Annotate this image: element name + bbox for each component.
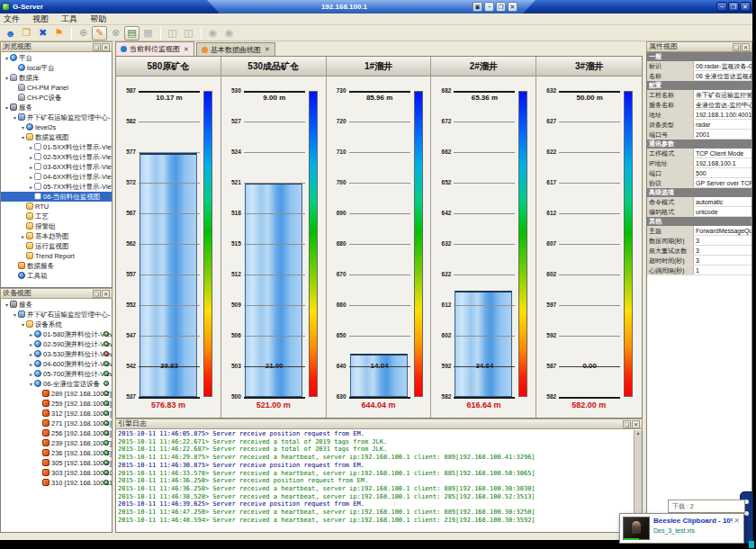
expand-icon[interactable]: ▸ [28, 350, 34, 359]
project-tree-item[interactable]: 运行监视图 [1, 241, 112, 251]
maximize-icon[interactable]: ❐ [728, 2, 739, 12]
project-tree-item[interactable]: 报警组 [1, 221, 112, 231]
project-tree-item[interactable]: ▸01-5XX料位计显示-View [1, 142, 112, 152]
panel-float-icon[interactable]: ❏ [623, 420, 631, 428]
expand-icon[interactable]: ▾ [20, 133, 26, 142]
menu-item-文件[interactable]: 文件 [4, 14, 20, 25]
notification-close-icon[interactable]: ✕ [733, 517, 741, 525]
project-tree-item[interactable]: 工具箱 [1, 271, 112, 281]
table-view-icon[interactable]: ▤ [124, 26, 140, 40]
tab-基本数据曲线图[interactable]: 基本数据曲线图✕ [196, 42, 275, 56]
device-tree-item[interactable]: ▸05-700溜井料位计-View [1, 369, 112, 379]
device-tree-item[interactable]: 305 [192.168.100.9]- [1, 458, 112, 468]
monitor-1-icon[interactable]: ◫ [165, 26, 180, 40]
remove-icon[interactable]: ⊗ [108, 26, 123, 40]
device-tree-item[interactable]: 312 [192.168.100.4]- [1, 409, 112, 418]
property-row[interactable]: 超时时间(秒)3 [647, 256, 752, 266]
property-row[interactable]: 工作模式TCP Client Mode [647, 148, 752, 158]
expand-icon[interactable]: ▸ [28, 340, 34, 349]
tab-close-icon[interactable]: ✕ [265, 46, 270, 53]
project-tree-item[interactable]: CH-PM Panel [1, 83, 112, 93]
rdp-restore-icon[interactable]: ❐ [496, 2, 506, 12]
property-row[interactable]: 协议GP Server over TCP [647, 178, 752, 188]
device-tree-item[interactable]: ▸03-530溜井料位计-View [1, 349, 112, 359]
project-tree-item[interactable]: ▾井下矿石运输监控管理中心- [1, 112, 112, 122]
panel-close-icon[interactable]: ✕ [102, 290, 110, 298]
property-row[interactable]: 心跳间隔(秒)1 [647, 266, 752, 275]
expand-icon[interactable]: ▾ [4, 74, 10, 83]
property-row[interactable]: 地址192.168.1.100:4001 [647, 110, 752, 120]
device-tree-item[interactable]: 239 [192.168.100.7]- [1, 438, 112, 448]
expand-icon[interactable]: ▸ [28, 153, 34, 162]
alarm-icon[interactable]: ⚑ [51, 26, 67, 40]
rdp-close-icon[interactable]: ✕ [508, 2, 518, 12]
property-row[interactable]: 编码格式unicode [647, 207, 752, 217]
property-row[interactable]: 端口号2001 [647, 130, 752, 140]
pin-icon[interactable]: ▣ [472, 2, 482, 12]
property-row[interactable]: 设备类型radar [647, 120, 752, 130]
notification-popup[interactable]: Beeslee Clipboard - 10% Des_3_test.xls ✕ [619, 513, 744, 544]
project-tree-item[interactable]: ▸03-6XX料位计显示-View [1, 162, 112, 172]
project-tree-item[interactable]: ▸基本趋势图 [1, 231, 112, 241]
app-titlebar[interactable]: G-Server 192.168.100.1 ▣−❐✕ −❐✕ [0, 0, 752, 14]
project-tree-item[interactable]: ▸05-7XX料位计显示-View [1, 182, 112, 192]
monitor-2-icon[interactable]: ◫ [181, 26, 196, 40]
device-tree-item[interactable]: ▸02-590溜井料位计-View [1, 339, 112, 349]
device-tree-item[interactable]: 271 [192.168.100.5]- [1, 418, 112, 428]
tab-当前料位监视图[interactable]: 当前料位监视图✕ [115, 41, 194, 56]
project-tree-item[interactable]: local平台 [1, 63, 112, 73]
expand-icon[interactable]: ▾ [4, 104, 10, 112]
expand-icon[interactable]: ▸ [28, 370, 34, 379]
nav-next-icon[interactable]: ◉ [221, 26, 237, 40]
project-tree-item[interactable]: ▸02-5XX料位计显示-View [1, 152, 112, 162]
device-tree-item[interactable]: ▾06-全液位雷达设备 [1, 379, 112, 389]
property-row[interactable]: 主题ForwardMessageQueue01 [647, 226, 752, 236]
property-row[interactable]: 工程名称井下矿石运输监控管理中心 [647, 90, 752, 100]
project-tree-item[interactable]: RTU [1, 202, 112, 212]
property-row[interactable]: 命令模式automatic [647, 197, 752, 207]
project-tree-item[interactable]: 数据服务 [1, 261, 112, 271]
device-tree-item[interactable]: 303 [192.168.100.10]- [1, 468, 112, 478]
menu-item-视图[interactable]: 视图 [32, 14, 49, 25]
project-tree-item[interactable]: Trend Report [1, 251, 112, 261]
open-folder-icon[interactable]: ❐ [19, 26, 34, 40]
expand-icon[interactable]: ▾ [12, 310, 18, 320]
project-tree-item[interactable]: ▾level2s [1, 122, 112, 132]
project-tree-item[interactable]: ▸04-6XX料位计显示-View [1, 172, 112, 182]
expand-icon[interactable]: ▾ [28, 380, 34, 389]
edit-icon[interactable]: ✎ [92, 26, 107, 40]
panel-float-icon[interactable]: ❏ [93, 290, 101, 298]
device-tree-item[interactable]: ▾服务 [1, 300, 112, 310]
panel-float-icon[interactable]: ❏ [93, 43, 101, 51]
save-icon[interactable]: ▦ [140, 26, 156, 40]
project-tree-item[interactable]: CH-PC设备 [1, 93, 112, 103]
tab-close-icon[interactable]: ✕ [184, 46, 189, 53]
property-row[interactable]: 最大重试次数3 [647, 246, 752, 256]
property-row[interactable]: 数据周期(秒)3 [647, 236, 752, 246]
property-row[interactable]: IP地址192.168.100.1 [647, 158, 752, 168]
project-tree-item[interactable]: 工艺 [1, 212, 112, 221]
property-row[interactable]: 端口500 [647, 168, 752, 178]
project-tree-item[interactable]: ▾平台 [1, 53, 112, 63]
device-tree-item[interactable]: 259 [192.168.100.3]- [1, 399, 112, 409]
project-tree-item[interactable]: ▾服务 [1, 103, 112, 112]
expand-icon[interactable]: ▾ [20, 320, 26, 329]
expand-icon[interactable]: ▸ [28, 360, 34, 369]
device-tree-item[interactable]: ▾井下矿石运输监控管理中心- [1, 310, 112, 320]
project-tree-item[interactable]: ▾数据监视图 [1, 132, 112, 142]
device-tree-item[interactable]: 310 [192.168.100.11]- [1, 478, 112, 488]
user-status-icon[interactable]: ☻ [3, 26, 18, 40]
device-tree-item[interactable]: ▸04-600溜井料位计-View [1, 359, 112, 369]
rdp-minimize-icon[interactable]: − [484, 2, 494, 12]
project-tree-item[interactable]: ▾数据库 [1, 73, 112, 83]
minimize-icon[interactable]: − [716, 2, 727, 12]
expand-icon[interactable]: ▸ [28, 173, 34, 182]
menu-item-帮助[interactable]: 帮助 [90, 14, 106, 25]
device-tree-item[interactable]: ▸01-580溜井料位计-View [1, 329, 112, 339]
menu-item-工具[interactable]: 工具 [61, 14, 77, 25]
panel-close-icon[interactable]: ✕ [742, 43, 750, 51]
property-row[interactable]: 服务名称全液位雷达-监控中心 [647, 100, 752, 110]
panel-close-icon[interactable]: ✕ [632, 420, 640, 428]
expand-icon[interactable]: ▾ [12, 113, 18, 122]
device-tree-item[interactable]: ▾设备系统 [1, 320, 112, 329]
